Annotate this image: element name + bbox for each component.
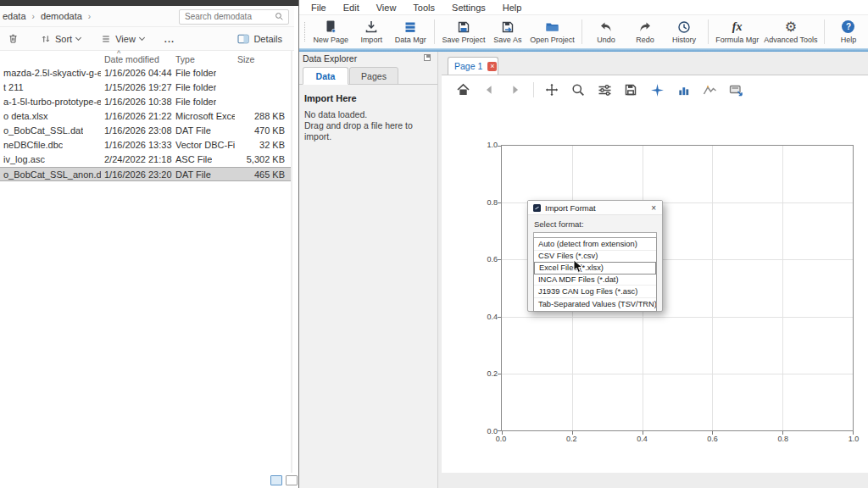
data-explorer-panel: Data Explorer Data Pages Import Here No … [299,52,438,488]
breadcrumb-bar: edata › demodata › [0,6,294,27]
file-name: a-1-5l-turbo-prototype-engine-fro... [3,97,101,107]
file-date: 1/16/2026 23:20 [104,169,172,180]
save-as-button[interactable]: Save As [488,15,527,48]
tab-pages[interactable]: Pages [349,67,398,85]
menu-tools[interactable]: Tools [404,3,443,13]
more-options-button[interactable]: ... [159,30,180,47]
file-row[interactable]: t 211 1/15/2026 19:27 File folder [0,80,292,95]
open-project-button[interactable]: Open Project [527,15,577,48]
tick-mark [498,374,501,374]
file-date: 1/16/2026 10:38 [104,97,172,107]
sort-button[interactable]: Sort [36,30,86,47]
file-row[interactable]: o_BobCat_SSL.dat 1/16/2026 23:08 DAT Fil… [0,124,292,138]
file-row[interactable]: a-1-5l-turbo-prototype-engine-fro... 1/1… [0,95,292,109]
file-type: Vector DBC-File [175,140,235,150]
details-label: Details [253,34,282,44]
x-tick-label: 1.0 [849,435,860,443]
close-tab-icon[interactable]: × [487,62,497,71]
mouse-cursor [573,259,583,277]
file-date: 2/24/2022 21:18 [104,154,172,164]
history-clock-icon [677,19,691,34]
tick-mark [498,146,501,147]
menu-view[interactable]: View [368,3,405,13]
undo-button[interactable]: Undo [587,15,626,48]
breadcrumb-item[interactable]: demodata [41,11,82,21]
search-box[interactable] [179,9,289,25]
file-date: 1/16/2026 23:08 [104,125,172,136]
undo-label: Undo [597,36,615,44]
file-type: ASC File [175,154,212,164]
new-page-button[interactable]: New Page [309,15,352,48]
open-folder-icon [545,19,559,34]
file-explorer-window: edata › demodata › [0,0,298,488]
cursor-crosshair-icon[interactable] [646,80,668,99]
save-project-button[interactable]: Save Project [439,15,488,48]
back-icon[interactable] [478,80,500,99]
help-button[interactable]: ? Help [829,15,868,48]
history-button[interactable]: History [665,15,704,48]
file-date: 1/16/2026 13:33 [104,140,172,150]
float-panel-icon[interactable] [424,54,431,61]
redo-label: Redo [636,36,654,44]
list-view-icon[interactable] [270,475,282,485]
menu-file[interactable]: File [303,3,335,13]
import-button[interactable]: Import [352,15,391,48]
tick-mark [498,317,501,318]
file-row[interactable]: mazda-2.5l-skyactiv-g-engine-tier3... 1/… [0,66,292,80]
breadcrumb-item[interactable]: edata [3,11,26,21]
toolbar-grip[interactable] [304,22,308,42]
redo-button[interactable]: Redo [626,15,665,48]
details-pane-icon [237,34,249,44]
file-name: neDBCfile.dbc [3,140,63,150]
import-dropzone[interactable]: Import Here No data loaded. Drag and dro… [299,85,437,142]
save-figure-icon[interactable] [620,80,642,99]
column-header-date-modified[interactable]: Date modified [104,54,159,64]
view-button[interactable]: View [96,30,149,47]
column-header-type[interactable]: Type [175,54,195,64]
home-icon[interactable] [452,80,474,99]
advanced-tools-label: Advanced Tools [764,36,817,44]
open-project-label: Open Project [530,36,575,44]
format-option-xlsx[interactable]: Excel Files (*.xlsx) [534,262,656,274]
menu-help[interactable]: Help [494,3,531,13]
format-option-csv[interactable]: CSV Files (*.csv) [534,251,656,263]
explorer-scrollbar[interactable] [291,51,292,473]
file-row[interactable]: iv_log.asc 2/24/2022 21:18 ASC File 5,30… [0,152,292,167]
column-header-size[interactable]: Size [237,54,254,64]
format-option-auto[interactable]: Auto (detect from extension) [534,238,656,251]
subplot-settings-icon[interactable] [593,80,615,99]
format-option-dat[interactable]: INCA MDF Files (*.dat) [534,274,656,286]
pan-icon[interactable] [541,80,563,99]
signal-line-icon[interactable] [698,80,721,99]
explorer-command-bar: Sort View ... Details [0,27,294,51]
zoom-icon[interactable] [567,80,589,99]
bar-chart-icon[interactable] [672,80,694,99]
y-tick-labels: 0.00.20.40.60.81.0 [470,145,498,431]
delete-button[interactable] [3,30,24,47]
gridline [502,317,853,318]
menu-settings[interactable]: Settings [443,3,494,13]
format-option-tsv[interactable]: Tab-Separated Values (TSV/TRN) (*.tsv) [534,298,656,311]
screen: edata › demodata › [0,0,868,488]
advanced-tools-button[interactable]: ⚙ Advanced Tools [762,15,821,48]
search-input[interactable] [180,12,275,21]
file-size: 32 KB [229,140,285,150]
file-row[interactable]: neDBCfile.dbc 1/16/2026 13:33 Vector DBC… [0,138,292,152]
thumbnail-view-icon[interactable] [286,475,298,485]
dialog-titlebar[interactable]: Import Format × [528,201,662,215]
menu-edit[interactable]: Edit [335,3,368,13]
data-manager-button[interactable]: Data Mgr [391,15,430,48]
formula-manager-button[interactable]: fx Formula Mgr [713,15,762,48]
view-label: View [115,34,136,44]
file-row[interactable]: o deta.xlsx 1/16/2026 21:22 Microsoft Ex… [0,109,292,124]
format-option-asc[interactable]: J1939 CAN Log Files (*.asc) [534,286,656,298]
dialog-close-icon[interactable]: × [650,203,657,213]
tab-data[interactable]: Data [303,67,348,85]
file-row-selected[interactable]: o_BobCat_SSL_anon.dat 1/16/2026 23:20 DA… [0,167,292,181]
forward-icon[interactable] [504,80,526,99]
details-toggle-button[interactable]: Details [232,30,287,47]
formula-manager-label: Formula Mgr [715,36,759,44]
chevron-down-icon [75,34,81,40]
export-icon[interactable] [725,80,747,99]
page-tab[interactable]: Page 1 × [448,57,498,75]
